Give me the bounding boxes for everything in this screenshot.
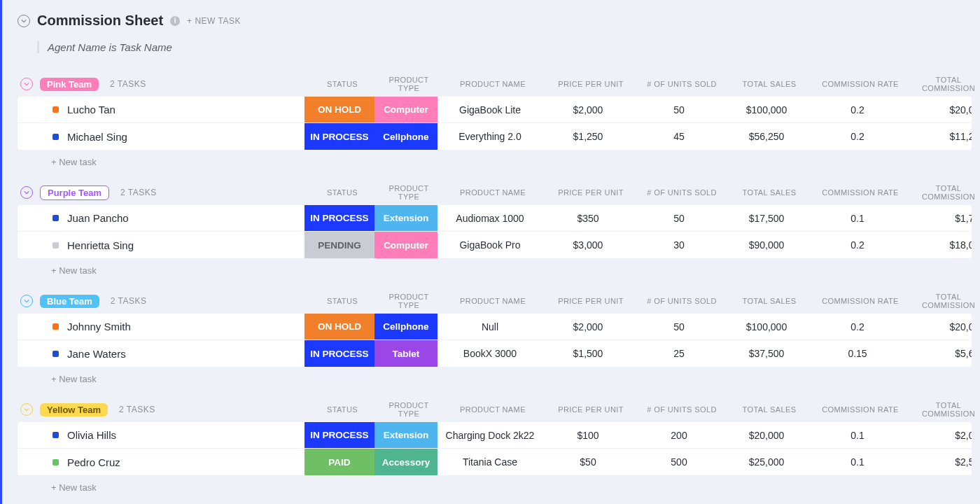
- product-type-pill[interactable]: Extension: [374, 205, 438, 231]
- column-header-product_type[interactable]: PRODUCT TYPE: [377, 401, 440, 418]
- column-header-product_name[interactable]: PRODUCT NAME: [440, 80, 545, 88]
- column-header-total_sales[interactable]: TOTAL SALES: [727, 80, 811, 88]
- units-sold[interactable]: 500: [634, 449, 724, 475]
- collapse-icon[interactable]: [18, 15, 30, 27]
- price-per-unit[interactable]: $100: [542, 422, 634, 448]
- column-header-status[interactable]: STATUS: [307, 405, 377, 414]
- commission-rate[interactable]: 0.1: [808, 422, 906, 448]
- total-commission[interactable]: $11,250: [906, 123, 972, 150]
- column-header-status[interactable]: STATUS: [307, 297, 377, 305]
- product-name[interactable]: GigaBook Pro: [438, 232, 542, 258]
- table-row[interactable]: Henrietta SingPENDINGComputerGigaBook Pr…: [18, 232, 972, 258]
- add-task-button[interactable]: + New task: [18, 367, 972, 384]
- column-header-rate[interactable]: COMMISSION RATE: [811, 405, 909, 414]
- commission-rate[interactable]: 0.1: [808, 449, 906, 475]
- total-commission[interactable]: $20,000: [906, 314, 972, 340]
- column-header-product_type[interactable]: PRODUCT TYPE: [377, 184, 440, 201]
- table-row[interactable]: Lucho TanON HOLDComputerGigaBook Lite$2,…: [18, 97, 972, 123]
- product-name[interactable]: Titania Case: [438, 449, 542, 475]
- column-header-total_sales[interactable]: TOTAL SALES: [727, 297, 811, 305]
- commission-rate[interactable]: 0.2: [808, 232, 906, 258]
- new-task-button[interactable]: + NEW TASK: [187, 16, 241, 26]
- column-header-units[interactable]: # OF UNITS SOLD: [636, 297, 727, 305]
- status-pill[interactable]: PAID: [304, 449, 374, 475]
- price-per-unit[interactable]: $2,000: [542, 97, 634, 122]
- units-sold[interactable]: 30: [634, 232, 724, 258]
- add-task-button[interactable]: + New task: [18, 258, 972, 276]
- add-task-button[interactable]: + New task: [18, 475, 972, 493]
- commission-rate[interactable]: 0.15: [808, 340, 906, 367]
- column-header-rate[interactable]: COMMISSION RATE: [811, 297, 909, 305]
- total-commission[interactable]: $20,000: [906, 97, 972, 122]
- product-type-pill[interactable]: Accessory: [374, 449, 438, 475]
- total-sales[interactable]: $17,500: [724, 205, 808, 231]
- status-pill[interactable]: PENDING: [304, 232, 374, 258]
- column-header-product_name[interactable]: PRODUCT NAME: [440, 405, 545, 414]
- column-header-units[interactable]: # OF UNITS SOLD: [636, 405, 727, 414]
- commission-rate[interactable]: 0.2: [808, 314, 906, 340]
- total-commission[interactable]: $2,000: [906, 422, 972, 448]
- total-commission[interactable]: $1,750: [906, 205, 972, 231]
- total-sales[interactable]: $90,000: [724, 232, 808, 258]
- column-header-product_type[interactable]: PRODUCT TYPE: [377, 293, 440, 309]
- total-commission[interactable]: $18,000: [906, 232, 972, 258]
- product-name[interactable]: Null: [438, 314, 542, 340]
- collapse-group-icon[interactable]: [20, 403, 33, 416]
- product-type-pill[interactable]: Computer: [374, 97, 438, 122]
- agent-name-cell[interactable]: Juan Pancho: [18, 205, 304, 231]
- agent-name-cell[interactable]: Jane Waters: [18, 340, 304, 367]
- status-pill[interactable]: ON HOLD: [304, 314, 374, 340]
- agent-name-cell[interactable]: Michael Sing: [18, 123, 304, 150]
- info-icon[interactable]: i: [170, 16, 180, 26]
- total-sales[interactable]: $100,000: [724, 314, 808, 340]
- table-row[interactable]: Jane WatersIN PROCESSTabletBookX 3000$1,…: [18, 340, 972, 367]
- units-sold[interactable]: 45: [634, 123, 724, 150]
- total-sales[interactable]: $56,250: [724, 123, 808, 150]
- group-name-pill[interactable]: Blue Team: [40, 295, 99, 308]
- commission-rate[interactable]: 0.2: [808, 123, 906, 150]
- table-row[interactable]: Olivia HillsIN PROCESSExtensionCharging …: [18, 422, 972, 449]
- group-name-pill[interactable]: Purple Team: [40, 186, 109, 200]
- units-sold[interactable]: 50: [634, 205, 724, 231]
- product-name[interactable]: Charging Dock 2k22: [438, 422, 542, 448]
- table-row[interactable]: Michael SingIN PROCESSCellphoneEverythin…: [18, 123, 972, 150]
- agent-name-cell[interactable]: Johnny Smith: [18, 314, 304, 340]
- collapse-group-icon[interactable]: [20, 186, 33, 199]
- column-header-product_type[interactable]: PRODUCT TYPE: [377, 76, 440, 92]
- column-header-price[interactable]: PRICE PER UNIT: [545, 297, 636, 305]
- status-pill[interactable]: IN PROCESS: [304, 123, 374, 150]
- table-row[interactable]: Johnny SmithON HOLDCellphoneNull$2,00050…: [18, 314, 972, 340]
- total-sales[interactable]: $100,000: [724, 97, 808, 122]
- column-header-status[interactable]: STATUS: [307, 188, 377, 197]
- column-header-status[interactable]: STATUS: [307, 80, 377, 88]
- product-type-pill[interactable]: Extension: [374, 422, 438, 448]
- column-header-product_name[interactable]: PRODUCT NAME: [440, 297, 545, 305]
- column-header-price[interactable]: PRICE PER UNIT: [545, 80, 636, 88]
- column-header-price[interactable]: PRICE PER UNIT: [545, 188, 636, 197]
- column-header-total_sales[interactable]: TOTAL SALES: [727, 405, 811, 414]
- status-pill[interactable]: IN PROCESS: [304, 205, 374, 231]
- column-header-total_comm[interactable]: TOTAL COMMISSION: [909, 293, 980, 309]
- column-header-units[interactable]: # OF UNITS SOLD: [636, 80, 727, 88]
- agent-name-cell[interactable]: Pedro Cruz: [18, 449, 304, 475]
- group-name-pill[interactable]: Yellow Team: [40, 403, 108, 416]
- total-sales[interactable]: $25,000: [724, 449, 808, 475]
- price-per-unit[interactable]: $3,000: [542, 232, 634, 258]
- group-name-pill[interactable]: Pink Team: [40, 78, 99, 91]
- column-header-total_comm[interactable]: TOTAL COMMISSION: [909, 184, 980, 201]
- price-per-unit[interactable]: $1,250: [542, 123, 634, 150]
- collapse-group-icon[interactable]: [20, 78, 33, 90]
- total-sales[interactable]: $20,000: [724, 422, 808, 448]
- units-sold[interactable]: 50: [634, 97, 724, 122]
- total-commission[interactable]: $5,625: [906, 340, 972, 367]
- table-row[interactable]: Juan PanchoIN PROCESSExtensionAudiomax 1…: [18, 205, 972, 232]
- product-type-pill[interactable]: Cellphone: [374, 123, 438, 150]
- product-type-pill[interactable]: Tablet: [374, 340, 438, 367]
- units-sold[interactable]: 50: [634, 314, 724, 340]
- agent-name-cell[interactable]: Henrietta Sing: [18, 232, 304, 258]
- price-per-unit[interactable]: $50: [542, 449, 634, 475]
- total-commission[interactable]: $2,500: [906, 449, 972, 475]
- total-sales[interactable]: $37,500: [724, 340, 808, 367]
- agent-name-cell[interactable]: Lucho Tan: [18, 97, 304, 122]
- column-header-total_comm[interactable]: TOTAL COMMISSION: [909, 401, 980, 418]
